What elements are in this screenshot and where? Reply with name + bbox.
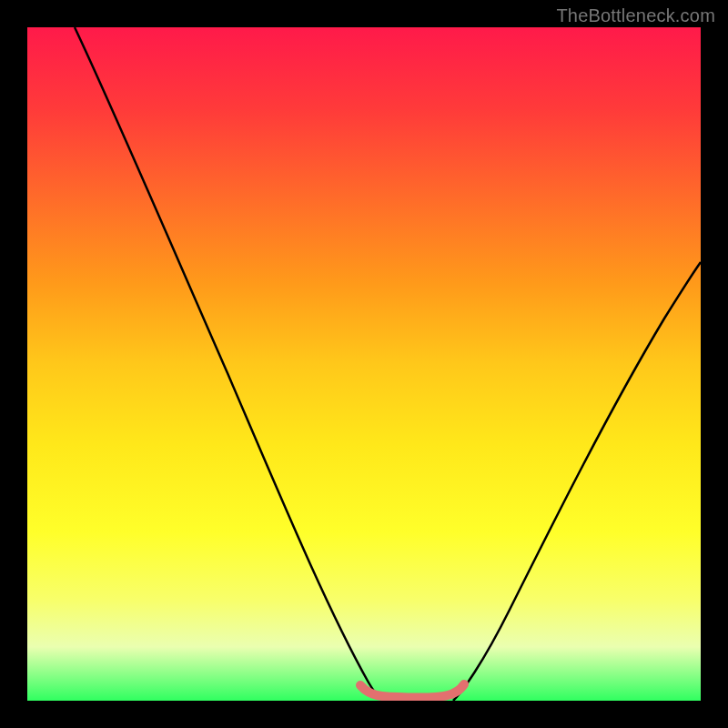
left-curve — [75, 27, 384, 701]
chart-container: TheBottleneck.com — [0, 0, 728, 728]
bottom-band — [360, 684, 464, 698]
chart-curves — [27, 27, 701, 701]
plot-area — [27, 27, 701, 701]
watermark-text: TheBottleneck.com — [556, 5, 715, 26]
right-curve — [453, 262, 701, 701]
